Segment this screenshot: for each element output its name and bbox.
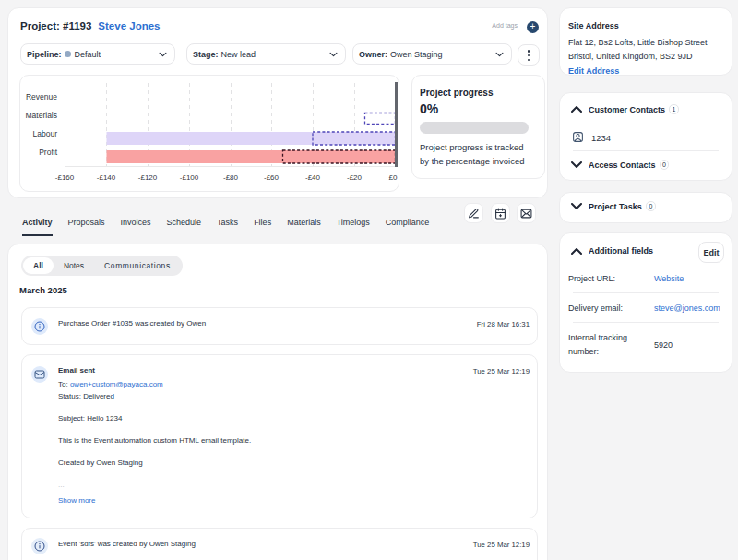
svg-text:-£100: -£100	[180, 173, 199, 182]
svg-text:-£40: -£40	[305, 173, 321, 182]
svg-text:£0: £0	[389, 173, 398, 182]
svg-text:Profit: Profit	[39, 148, 57, 157]
svg-text:-£60: -£60	[264, 173, 280, 182]
svg-text:-£160: -£160	[55, 173, 75, 182]
svg-text:Labour: Labour	[33, 129, 58, 138]
svg-text:-£120: -£120	[138, 173, 158, 182]
svg-text:-£20: -£20	[347, 173, 363, 182]
svg-text:-£80: -£80	[223, 173, 239, 182]
svg-text:Materials: Materials	[26, 111, 57, 120]
svg-text:Revenue: Revenue	[26, 92, 57, 101]
svg-text:-£140: -£140	[97, 173, 116, 182]
